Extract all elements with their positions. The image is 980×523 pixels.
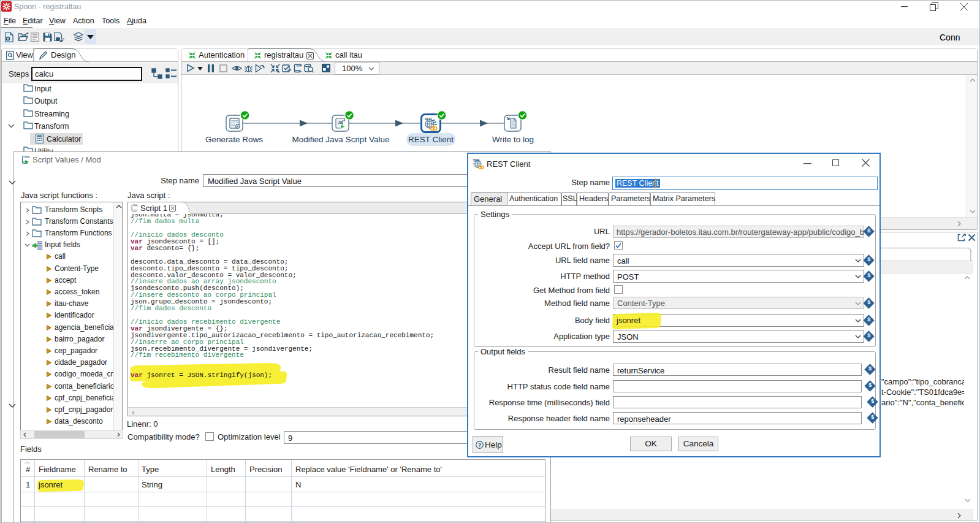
svg-text:REST: REST <box>473 158 480 161</box>
svg-text:JS: JS <box>338 120 343 124</box>
svg-text:?: ? <box>478 442 482 448</box>
